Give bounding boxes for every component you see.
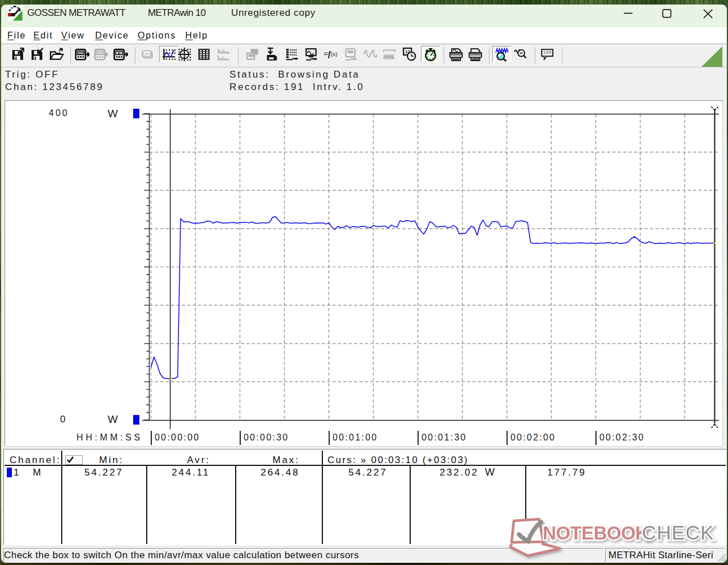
svg-text:NOTEBOOK: NOTEBOOK xyxy=(543,523,649,543)
svg-text:CHECK: CHECK xyxy=(642,521,714,543)
